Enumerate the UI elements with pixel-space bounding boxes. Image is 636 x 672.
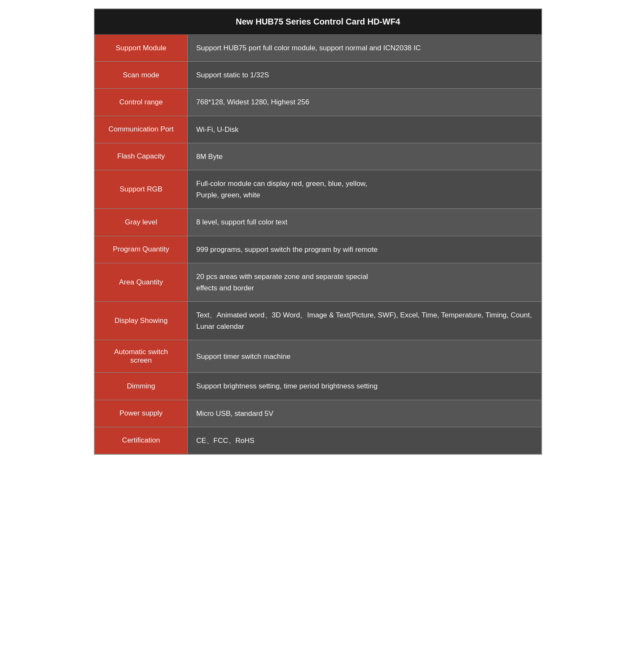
row-value: Support brightness setting, time period … (188, 373, 542, 400)
table-row: DimmingSupport brightness setting, time … (95, 373, 542, 400)
row-value: 20 pcs areas with separate zone and sepa… (188, 263, 542, 301)
row-label: Gray level (95, 209, 188, 236)
row-value: Wi-Fi, U-Disk (188, 116, 542, 143)
row-label: Program Quantity (95, 236, 188, 263)
row-value: Support static to 1/32S (188, 62, 542, 89)
row-label: Power supply (95, 400, 188, 427)
table-header: New HUB75 Series Control Card HD-WF4 (95, 9, 542, 35)
table-title: New HUB75 Series Control Card HD-WF4 (95, 9, 542, 35)
table-row: Scan modeSupport static to 1/32S (95, 62, 542, 89)
table-row: Support ModuleSupport HUB75 port full co… (95, 35, 542, 62)
row-label: Scan mode (95, 62, 188, 89)
row-label: Support Module (95, 35, 188, 62)
row-label: Flash Capacity (95, 143, 188, 170)
row-value: Full-color module can display red, green… (188, 170, 542, 208)
table-row: Area Quantity20 pcs areas with separate … (95, 263, 542, 301)
table-row: Support RGBFull-color module can display… (95, 170, 542, 208)
row-value: Support HUB75 port full color module, su… (188, 35, 542, 62)
row-value: Support timer switch machine (188, 340, 542, 373)
table-row: CertificationCE、FCC、RoHS (95, 427, 542, 454)
row-label: Dimming (95, 373, 188, 400)
row-label: Display Showing (95, 302, 188, 340)
row-value: 999 programs, support switch the program… (188, 236, 542, 263)
row-value: CE、FCC、RoHS (188, 427, 542, 454)
row-label: Certification (95, 427, 188, 454)
row-value: 768*128, Widest 1280, Highest 256 (188, 89, 542, 116)
row-value: Micro USB, standard 5V (188, 400, 542, 427)
table-row: Communication PortWi-Fi, U-Disk (95, 116, 542, 143)
table-row: Automatic switch screenSupport timer swi… (95, 340, 542, 373)
table-row: Power supplyMicro USB, standard 5V (95, 400, 542, 427)
table-row: Program Quantity999 programs, support sw… (95, 236, 542, 263)
row-value: 8M Byte (188, 143, 542, 170)
row-label: Support RGB (95, 170, 188, 208)
row-label: Control range (95, 89, 188, 116)
row-value: Text、Animated word、3D Word、Image & Text(… (188, 302, 542, 340)
row-label: Area Quantity (95, 263, 188, 301)
row-value: 8 level, support full color text (188, 209, 542, 236)
row-label: Communication Port (95, 116, 188, 143)
table-row: Display ShowingText、Animated word、3D Wor… (95, 302, 542, 340)
table-row: Control range768*128, Widest 1280, Highe… (95, 89, 542, 116)
table-row: Flash Capacity8M Byte (95, 143, 542, 170)
row-label: Automatic switch screen (95, 340, 188, 373)
spec-table: New HUB75 Series Control Card HD-WF4 Sup… (94, 8, 542, 455)
table-row: Gray level8 level, support full color te… (95, 209, 542, 236)
